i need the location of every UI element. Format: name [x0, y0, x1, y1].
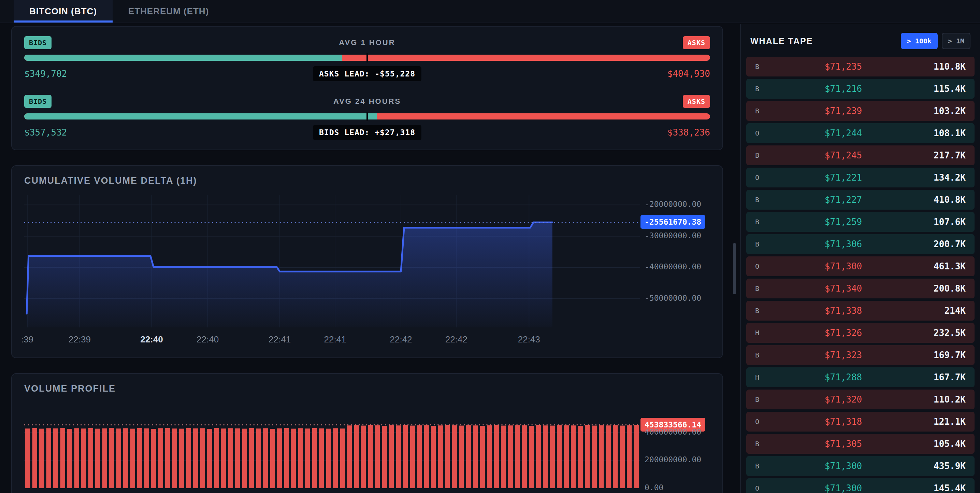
bids-portion	[24, 113, 377, 120]
filter-1m-button[interactable]: > 1M	[942, 33, 970, 49]
trade-venue: B	[755, 306, 779, 315]
x-axis-label: 22:42	[390, 334, 412, 345]
y-axis-tick: -30000000.00	[644, 231, 701, 240]
trade-price: $71,288	[779, 372, 908, 382]
volume-plot-area	[24, 403, 640, 488]
whale-tape-header: WHALE TAPE > 100k > 1M	[741, 24, 980, 57]
trade-venue: B	[755, 396, 779, 404]
trade-size: 108.1K	[908, 128, 966, 138]
tape-row: H$71,288167.7K	[746, 367, 975, 387]
tape-row: B$71,306200.7K	[746, 234, 975, 254]
x-axis-label: 22:42	[445, 334, 468, 345]
trade-venue: O	[755, 418, 779, 426]
x-axis-label: 22:40	[140, 334, 163, 345]
trade-price: $71,338	[779, 306, 908, 316]
cvd-y-axis: -25561670.38 -20000000.00-30000000.00-40…	[640, 195, 710, 327]
tape-row: B$71,338214K	[746, 301, 975, 321]
gauge-amounts: $357,532 BIDS LEAD: +$27,318 $338,236	[24, 126, 710, 139]
cvd-card: CUMULATIVE VOLUME DELTA (1H) -25561670.3…	[11, 165, 723, 358]
volume-y-axis: 453833566.14 400000000.00200000000.000.0…	[640, 403, 710, 488]
trade-venue: B	[755, 351, 779, 359]
trade-price: $71,300	[779, 261, 908, 271]
trade-size: 167.7K	[908, 372, 966, 382]
tape-row: B$71,227410.8K	[746, 190, 975, 210]
y-axis-tick: -50000000.00	[644, 294, 701, 303]
cvd-plot-area	[24, 195, 640, 327]
cvd-x-axis: :3922:3922:4022:4022:4122:4122:4222:4222…	[24, 332, 640, 347]
trade-size: 145.4K	[908, 483, 966, 493]
trade-venue: H	[755, 329, 779, 337]
trade-size: 105.4K	[908, 439, 966, 449]
bids-asks-ratio-bar	[24, 54, 710, 61]
trade-venue: B	[755, 107, 779, 115]
whale-tape-list: B$71,235110.8KB$71,216115.4KB$71,239103.…	[741, 57, 980, 493]
trade-size: 200.7K	[908, 239, 966, 249]
trade-price: $71,300	[779, 461, 908, 471]
trade-price: $71,340	[779, 283, 908, 294]
trade-venue: B	[755, 196, 779, 204]
asks-amount: $338,236	[667, 128, 710, 137]
trade-venue: B	[755, 240, 779, 248]
trade-venue: B	[755, 62, 779, 71]
trade-price: $71,320	[779, 394, 908, 405]
x-axis-label: :39	[21, 334, 33, 345]
trade-size: 461.3K	[908, 261, 966, 271]
tape-row: B$71,235110.8K	[746, 57, 975, 77]
whale-tape-filters: > 100k > 1M	[897, 33, 970, 49]
trade-size: 214K	[908, 306, 966, 316]
bids-amount: $349,702	[24, 69, 67, 79]
trade-venue: H	[755, 373, 779, 381]
tape-row: O$71,244108.1K	[746, 123, 975, 143]
tape-row: B$71,245217.7K	[746, 145, 975, 165]
midpoint-marker	[366, 53, 368, 62]
cvd-current-value-badge: -25561670.38	[641, 215, 705, 229]
tape-row: B$71,259107.6K	[746, 212, 975, 232]
midpoint-marker	[366, 112, 368, 121]
trade-size: 169.7K	[908, 350, 966, 360]
tab-ethereum[interactable]: ETHEREUM (ETH)	[113, 0, 224, 22]
gauge-avg-1-hour: BIDS AVG 1 HOUR ASKS $349,702 ASKS LEAD:…	[24, 36, 710, 81]
trade-price: $71,235	[779, 61, 908, 72]
y-axis-tick: 200000000.00	[644, 455, 701, 464]
asks-amount: $404,930	[667, 69, 710, 79]
tape-row: O$71,300145.4K	[746, 478, 975, 493]
trade-venue: B	[755, 218, 779, 226]
asks-badge: ASKS	[683, 95, 710, 108]
main-content: BIDS AVG 1 HOUR ASKS $349,702 ASKS LEAD:…	[0, 24, 735, 493]
tape-row: O$71,300461.3K	[746, 257, 975, 276]
bids-badge: BIDS	[24, 36, 51, 49]
x-axis-label: 22:43	[518, 334, 540, 345]
trade-price: $71,245	[779, 150, 908, 161]
tape-row: B$71,216115.4K	[746, 79, 975, 99]
gauge-title: AVG 1 HOUR	[339, 38, 395, 47]
tape-row: B$71,340200.8K	[746, 279, 975, 298]
trade-price: $71,305	[779, 439, 908, 449]
x-axis-label: 22:40	[197, 334, 219, 345]
asks-badge: ASKS	[683, 36, 710, 49]
gauge-header: BIDS AVG 24 HOURS ASKS	[24, 95, 710, 108]
gauge-avg-24-hours: BIDS AVG 24 HOURS ASKS $357,532 BIDS LEA…	[24, 95, 710, 139]
scrollbar-thumb[interactable]	[733, 243, 736, 294]
tab-bitcoin[interactable]: BITCOIN (BTC)	[14, 0, 113, 22]
trade-size: 410.8K	[908, 195, 966, 205]
gauge-title: AVG 24 HOURS	[333, 97, 401, 106]
y-axis-tick: -20000000.00	[644, 200, 701, 209]
trade-size: 200.8K	[908, 283, 966, 294]
lead-chip: ASKS LEAD: -$55,228	[313, 66, 422, 81]
lead-chip: BIDS LEAD: +$27,318	[313, 125, 422, 140]
trade-price: $71,318	[779, 416, 908, 427]
x-axis-label: 22:41	[269, 334, 291, 345]
y-axis-tick: -40000000.00	[644, 262, 701, 271]
filter-100k-button[interactable]: > 100k	[901, 33, 938, 49]
bids-amount: $357,532	[24, 128, 67, 137]
tape-row: O$71,318121.1K	[746, 412, 975, 432]
volume-chart: 453833566.14 400000000.00200000000.000.0…	[24, 403, 710, 488]
trade-price: $71,323	[779, 350, 908, 360]
bids-badge: BIDS	[24, 95, 51, 108]
trade-price: $71,239	[779, 106, 908, 116]
whale-tape-title: WHALE TAPE	[750, 36, 813, 46]
trade-venue: O	[755, 484, 779, 492]
tape-row: B$71,300435.9K	[746, 456, 975, 476]
trade-venue: B	[755, 462, 779, 470]
tape-row: B$71,239103.2K	[746, 101, 975, 121]
